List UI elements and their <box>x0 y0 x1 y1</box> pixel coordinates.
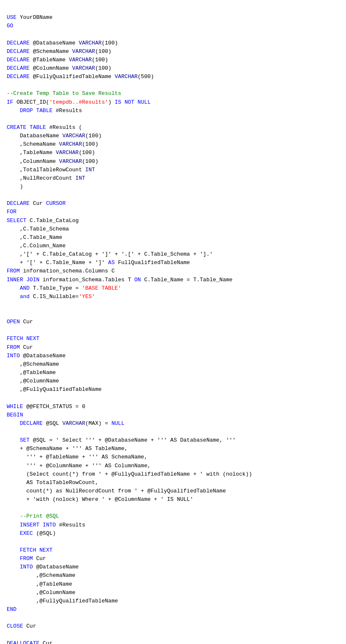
code-editor: USE YourDBName GO DECLARE @DatabaseName … <box>7 5 339 644</box>
